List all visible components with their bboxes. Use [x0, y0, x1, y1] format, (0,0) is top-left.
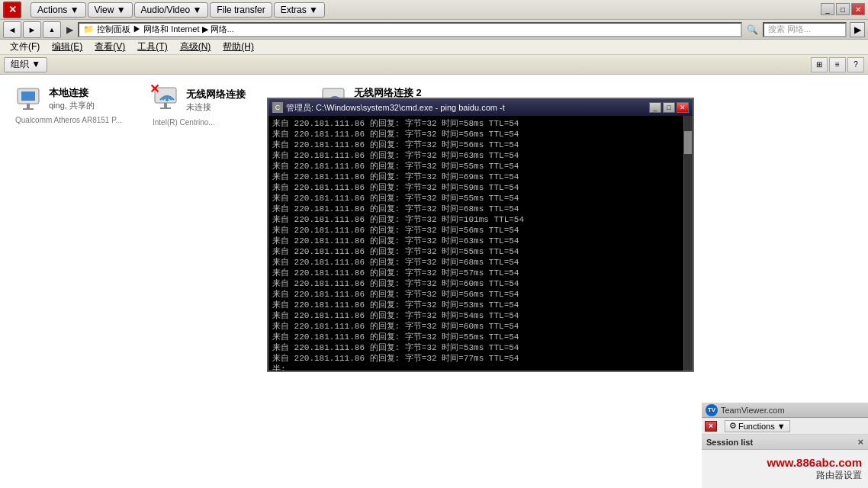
cmd-line: 来自 220.181.111.86 的回复: 字节=32 时间=63ms TTL… [272, 236, 689, 246]
close-button[interactable]: ✕ [851, 3, 865, 15]
svg-rect-3 [23, 108, 34, 110]
search-label: 🔍 [747, 24, 758, 35]
address-label: ▶ [66, 24, 73, 35]
cmd-line: 来自 220.181.111.86 的回复: 字节=32 时间=56ms TTL… [272, 225, 689, 236]
cmd-line: 来自 220.181.111.86 的回复: 字节=32 时间=68ms TTL… [272, 257, 689, 268]
file-transfer-button[interactable]: File transfer [210, 2, 272, 18]
cmd-window: C 管理员: C:\Windows\system32\cmd.exe - pin… [267, 98, 694, 372]
audio-video-button[interactable]: Audio/Video ▼ [134, 2, 209, 18]
tv-top-toolbar: ✕ Actions ▼ View ▼ Audio/Video ▼ File tr… [0, 0, 868, 20]
address-toolbar: ◄ ► ▲ ▶ 📁 控制面板 ▶ 网络和 Internet ▶ 网络... 🔍 … [0, 20, 868, 40]
go-button[interactable]: ▶ [850, 22, 865, 37]
wireless1-connection-info: 无线网络连接 未连接 [186, 88, 246, 113]
back-button[interactable]: ◄ [3, 21, 21, 38]
wireless1-connection-device: Intel(R) Centrino... [153, 118, 215, 127]
cmd-minimize-button[interactable]: _ [649, 102, 661, 113]
menu-tools[interactable]: 工具(T) [131, 40, 173, 54]
cmd-line: 来自 220.181.111.86 的回复: 字节=32 时间=56ms TTL… [272, 140, 689, 150]
wireless1-connection-top: ✕ 无线网络连接 未连接 [153, 86, 246, 114]
svg-rect-7 [160, 108, 171, 109]
local-connection-info: 本地连接 qing, 共享的 [49, 86, 95, 111]
search-placeholder-text: 搜索 网络... [768, 24, 811, 35]
tv-session-list-label: Session list [706, 438, 753, 447]
tv-functions-button[interactable]: ⚙ Functions ▼ [725, 420, 790, 432]
cmd-line: 来自 220.181.111.86 的回复: 字节=32 时间=69ms TTL… [272, 172, 689, 182]
menu-advanced[interactable]: 高级(N) [174, 40, 217, 54]
tv-title-text: TeamViewer.com [721, 406, 785, 415]
extras-button[interactable]: Extras ▼ [274, 2, 325, 18]
svg-point-5 [166, 98, 169, 101]
cmd-line: 来自 220.181.111.86 的回复: 字节=32 时间=55ms TTL… [272, 246, 689, 257]
tv-top-bar: TV TeamViewer.com [702, 403, 868, 418]
view-list-button[interactable]: ≡ [829, 57, 846, 72]
wireless1-connection-status: 未连接 [186, 101, 246, 113]
breadcrumb-folder-icon: 📁 [83, 24, 94, 34]
cmd-line: 来自 220.181.111.86 的回复: 字节=32 时间=101ms TT… [272, 214, 689, 225]
page-wrapper: ✕ Actions ▼ View ▼ Audio/Video ▼ File tr… [0, 0, 868, 488]
local-connection-item[interactable]: 本地连接 qing, 共享的 Qualcomm Atheros AR8151 P… [15, 86, 137, 127]
wireless1-connection-item[interactable]: ✕ 无线网络连接 未连接 Intel(R) Centrino... [153, 86, 275, 127]
tv-close-x-button[interactable]: ✕ [3, 2, 21, 18]
cmd-line: 来自 220.181.111.86 的回复: 字节=32 时间=58ms TTL… [272, 118, 689, 129]
cmd-scroll-thumb[interactable] [684, 131, 692, 154]
svg-rect-1 [21, 92, 35, 101]
organize-bar: 组织 ▼ ⊞ ≡ ? [0, 55, 868, 75]
local-connection-name: 本地连接 [49, 86, 95, 100]
menu-help[interactable]: 帮助(H) [217, 40, 260, 54]
local-connection-status: qing, 共享的 [49, 100, 95, 111]
cmd-scrollbar[interactable] [683, 116, 693, 371]
help-view-button[interactable]: ? [847, 57, 864, 72]
view-icons: ⊞ ≡ ? [811, 57, 864, 72]
cmd-line: 来自 220.181.111.86 的回复: 字节=32 时间=53ms TTL… [272, 342, 689, 353]
breadcrumb-text: 控制面板 ▶ 网络和 Internet ▶ 网络... [97, 24, 234, 35]
breadcrumb-bar[interactable]: 📁 控制面板 ▶ 网络和 Internet ▶ 网络... [78, 22, 742, 37]
local-connection-device: Qualcomm Atheros AR8151 P... [15, 116, 122, 124]
cmd-line: 来自 220.181.111.86 的回复: 字节=32 时间=53ms TTL… [272, 300, 689, 310]
cmd-maximize-button[interactable]: □ [663, 102, 675, 113]
cmd-line: 来自 220.181.111.86 的回复: 字节=32 时间=59ms TTL… [272, 182, 689, 193]
menu-edit[interactable]: 编辑(E) [46, 40, 88, 54]
tv-logo-icon: TV [706, 404, 718, 416]
actions-button[interactable]: Actions ▼ [31, 2, 86, 18]
watermark-area: www.886abc.com 路由器设置 [767, 456, 863, 482]
cmd-window-buttons: _ □ ✕ [649, 102, 689, 113]
cmd-title-text: 管理员: C:\Windows\system32\cmd.exe - ping … [286, 102, 649, 114]
cmd-line: 来自 220.181.111.86 的回复: 字节=32 时间=68ms TTL… [272, 204, 689, 214]
tv-functions-icon: ⚙ [729, 421, 737, 431]
svg-rect-2 [27, 104, 30, 108]
cmd-content: 来自 220.181.111.86 的回复: 字节=32 时间=58ms TTL… [268, 116, 693, 371]
cmd-line: 来自 220.181.111.86 的回复: 字节=32 时间=77ms TTL… [272, 353, 689, 364]
svg-rect-6 [164, 103, 167, 108]
cmd-line: 来自 220.181.111.86 的回复: 字节=32 时间=57ms TTL… [272, 268, 689, 278]
forward-button[interactable]: ► [23, 21, 41, 38]
cmd-line: 来自 220.181.111.86 的回复: 字节=32 时间=55ms TTL… [272, 193, 689, 204]
wireless1-connection-name: 无线网络连接 [186, 88, 246, 101]
cmd-line: 来自 220.181.111.86 的回复: 字节=32 时间=54ms TTL… [272, 310, 689, 321]
view-grid-button[interactable]: ⊞ [811, 57, 828, 72]
maximize-button[interactable]: □ [836, 3, 850, 15]
search-input-area[interactable]: 搜索 网络... [763, 22, 847, 37]
cmd-line: 来自 220.181.111.86 的回复: 字节=32 时间=60ms TTL… [272, 278, 689, 289]
cmd-line: 来自 220.181.111.86 的回复: 字节=32 时间=55ms TTL… [272, 161, 689, 172]
watermark-url: www.886abc.com [767, 456, 863, 469]
cmd-line: 来自 220.181.111.86 的回复: 字节=32 时间=56ms TTL… [272, 289, 689, 300]
menu-file[interactable]: 文件(F) [4, 40, 46, 54]
local-connection-top: 本地连接 qing, 共享的 [15, 86, 95, 111]
tv-x-button[interactable]: × [705, 421, 717, 432]
tv-session-row: Session list × [702, 435, 868, 450]
cmd-line: 来自 220.181.111.86 的回复: 字节=32 时间=55ms TTL… [272, 332, 689, 342]
disabled-x-icon: ✕ [149, 83, 159, 95]
menu-view[interactable]: 查看(V) [88, 40, 131, 54]
cmd-line: 来自 220.181.111.86 的回复: 字节=32 时间=60ms TTL… [272, 321, 689, 332]
view-button[interactable]: View ▼ [88, 2, 133, 18]
cmd-line: 来自 220.181.111.86 的回复: 字节=32 时间=56ms TTL… [272, 129, 689, 140]
tv-toolbar-row: × ⚙ Functions ▼ [702, 418, 868, 435]
menu-bar: 文件(F) 编辑(E) 查看(V) 工具(T) 高级(N) 帮助(H) [0, 40, 868, 55]
minimize-button[interactable]: _ [821, 3, 834, 15]
tv-session-close-button[interactable]: × [857, 436, 863, 448]
watermark-text: 路由器设置 [767, 469, 863, 482]
organize-button[interactable]: 组织 ▼ [4, 57, 47, 72]
window-controls: _ □ ✕ [821, 3, 865, 15]
up-button[interactable]: ▲ [43, 21, 61, 38]
cmd-close-button[interactable]: ✕ [677, 102, 689, 113]
